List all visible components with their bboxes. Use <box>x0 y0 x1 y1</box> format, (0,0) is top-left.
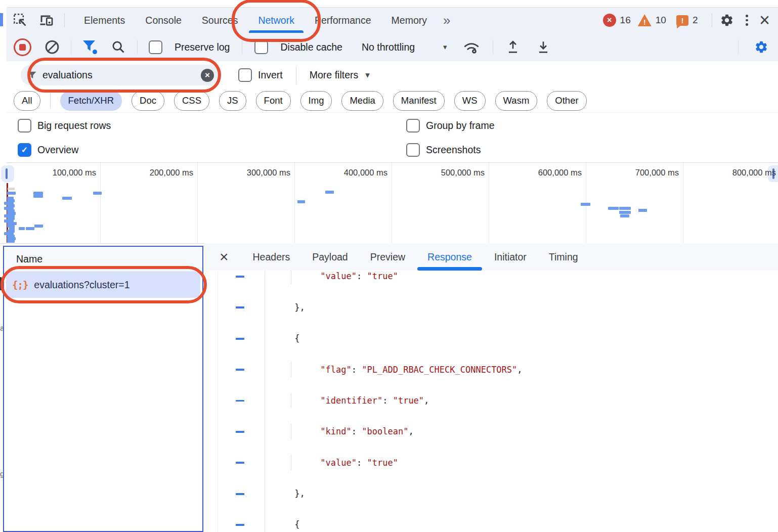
filter-pill-js[interactable]: JS <box>219 91 246 111</box>
overview-request-bar <box>7 192 16 195</box>
overview-left-handle[interactable] <box>1 165 14 182</box>
code-text: "identifier": "true", <box>269 393 429 409</box>
tab-performance[interactable]: Performance <box>305 8 381 33</box>
page-fragment-bar <box>0 277 2 290</box>
filter-funnel-small-icon <box>28 71 36 79</box>
overview-request-bar <box>620 214 629 217</box>
tab-network[interactable]: Network <box>248 8 305 33</box>
filter-pill-wasm[interactable]: Wasm <box>495 91 538 111</box>
clear-filter-icon[interactable]: × <box>201 69 214 82</box>
toolbar-divider <box>71 40 71 54</box>
export-har-icon[interactable] <box>536 39 551 55</box>
more-filters-button[interactable]: More filters <box>310 69 358 81</box>
throttling-select[interactable]: No throttling <box>362 41 415 53</box>
overview-request-bar <box>26 227 34 230</box>
timeline-gridline <box>197 163 198 243</box>
filter-pill-font[interactable]: Font <box>256 91 291 111</box>
overview-request-bar <box>581 203 590 206</box>
console-errors-count[interactable]: 16 <box>620 15 631 26</box>
timeline-tick-label: 800,000 ms <box>714 168 776 178</box>
filter-pill-manifest[interactable]: Manifest <box>393 91 445 111</box>
overview-request-bar <box>33 195 43 198</box>
import-har-icon[interactable] <box>505 39 521 55</box>
line-fold-dash[interactable] <box>236 524 244 526</box>
detail-tab-headers[interactable]: Headers <box>242 243 301 271</box>
more-filters-caret-icon[interactable]: ▾ <box>365 70 370 80</box>
console-warnings-count[interactable]: 10 <box>656 15 666 26</box>
filter-query-text[interactable]: evaluations <box>42 69 201 81</box>
screenshots-checkbox[interactable] <box>406 143 420 157</box>
filter-pill-doc[interactable]: Doc <box>132 91 164 111</box>
line-fold-dash[interactable] <box>236 276 244 278</box>
tab-memory[interactable]: Memory <box>381 8 437 33</box>
detail-tab-response[interactable]: Response <box>416 243 483 271</box>
console-warnings-icon[interactable]: ! <box>638 14 652 26</box>
network-settings-gear-icon[interactable] <box>754 39 769 55</box>
tab-console[interactable]: Console <box>135 8 192 33</box>
toolbar-divider <box>137 40 138 54</box>
line-fold-dash[interactable] <box>236 369 244 371</box>
filter-pill-img[interactable]: Img <box>300 91 332 111</box>
filter-pill-fetch-xhr[interactable]: Fetch/XHR <box>60 91 122 111</box>
close-detail-icon[interactable]: × <box>220 249 229 264</box>
line-fold-dash[interactable] <box>236 431 244 433</box>
preserve-log-checkbox[interactable] <box>149 40 162 54</box>
response-code-lines: "value": "true" }, { "flag": "PL_ADD_RBA… <box>204 271 778 532</box>
filter-pill-media[interactable]: Media <box>341 91 383 111</box>
issues-count[interactable]: 2 <box>693 15 698 26</box>
filter-pill-all[interactable]: All <box>14 91 40 111</box>
response-body-viewer[interactable]: "value": "true" }, { "flag": "PL_ADD_RBA… <box>204 271 778 532</box>
response-code-line: { <box>204 331 778 346</box>
line-fold-dash[interactable] <box>236 306 244 308</box>
filter-input[interactable]: evaluations × <box>21 65 220 85</box>
screenshots-label: Screenshots <box>426 144 481 156</box>
response-code-line: }, <box>204 486 778 502</box>
disable-cache-checkbox[interactable] <box>254 40 268 54</box>
console-errors-icon[interactable]: × <box>603 14 616 27</box>
invert-checkbox[interactable] <box>238 68 252 82</box>
filter-icon[interactable] <box>82 40 97 54</box>
detail-tab-payload[interactable]: Payload <box>301 243 359 271</box>
name-column-header[interactable]: Name <box>4 247 202 272</box>
detail-tab-initiator[interactable]: Initiator <box>483 243 538 271</box>
overview-request-bar <box>297 200 305 203</box>
detail-tab-timing[interactable]: Timing <box>538 243 589 271</box>
timeline-tick-label: 400,000 ms <box>326 168 387 178</box>
line-fold-dash[interactable] <box>236 493 244 495</box>
line-fold-dash[interactable] <box>236 462 244 464</box>
page-fragment-blue <box>0 13 3 26</box>
overview-checkbox[interactable]: ✓ <box>18 143 31 157</box>
tab-sources[interactable]: Sources <box>192 8 248 33</box>
overview-request-bar <box>7 240 15 243</box>
inspect-element-icon[interactable] <box>13 13 28 28</box>
issues-icon[interactable]: ! <box>676 15 688 26</box>
record-network-log-icon[interactable] <box>14 38 31 56</box>
main-tabs: ElementsConsoleSourcesNetworkPerformance… <box>74 8 437 33</box>
clear-network-log-icon[interactable] <box>45 39 60 55</box>
more-tabs-button[interactable]: » <box>437 8 455 33</box>
response-code-line: }, <box>204 299 778 315</box>
network-conditions-icon[interactable] <box>462 39 481 55</box>
device-toolbar-icon[interactable] <box>39 13 54 28</box>
customize-devtools-icon[interactable] <box>746 15 748 26</box>
big-request-rows-checkbox[interactable] <box>18 119 31 132</box>
big-request-rows-label: Big request rows <box>37 120 111 131</box>
request-row-evaluations[interactable]: {;}evaluations?cluster=1 <box>6 272 200 298</box>
search-icon[interactable] <box>111 39 126 55</box>
network-overview-timeline[interactable]: 100,000 ms200,000 ms300,000 ms400,000 ms… <box>0 163 778 244</box>
filter-pill-ws[interactable]: WS <box>454 91 486 111</box>
close-devtools-icon[interactable]: × <box>759 11 770 29</box>
tab-elements[interactable]: Elements <box>74 8 135 33</box>
filter-pill-css[interactable]: CSS <box>174 91 209 111</box>
group-by-frame-checkbox[interactable] <box>406 119 420 132</box>
detail-tab-preview[interactable]: Preview <box>359 243 416 271</box>
settings-gear-icon[interactable] <box>719 13 734 28</box>
throttling-caret-icon[interactable]: ▾ <box>443 42 447 52</box>
devtools-tabbar: ElementsConsoleSourcesNetworkPerformance… <box>7 7 778 33</box>
options-row-2: ✓ Overview Screenshots <box>7 138 778 163</box>
line-fold-dash[interactable] <box>236 338 244 340</box>
filter-pill-other[interactable]: Other <box>547 91 586 111</box>
timeline-tick-label: 500,000 ms <box>423 168 485 178</box>
line-fold-dash[interactable] <box>236 400 244 402</box>
response-code-line: "value": "true" <box>204 271 778 284</box>
